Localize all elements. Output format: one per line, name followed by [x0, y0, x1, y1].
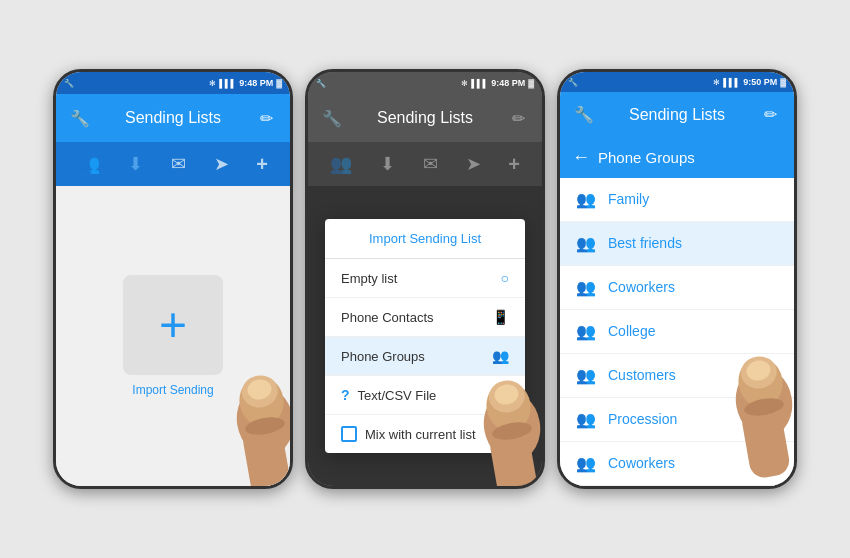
dialog-item-mix[interactable]: Mix with current list — [325, 415, 525, 453]
bluetooth-icon: ✻ — [209, 79, 216, 88]
group-item-customers[interactable]: 👥 Customers — [560, 354, 794, 398]
group-name-procession: Procession — [608, 411, 677, 427]
content-area-1: + Import Sending — [56, 186, 290, 486]
wrench-icon-2: 🔧 — [316, 79, 326, 88]
settings-icon-3[interactable]: 🔧 — [572, 105, 596, 124]
mix-checkbox[interactable] — [341, 426, 357, 442]
dialog-title: Import Sending List — [325, 219, 525, 259]
group-item-bestfriends[interactable]: 👥 Best friends — [560, 222, 794, 266]
phone-contacts-label: Phone Contacts — [341, 310, 434, 325]
mix-label: Mix with current list — [365, 427, 476, 442]
tab-plus-2: + — [500, 145, 528, 184]
dialog-item-empty[interactable]: Empty list ○ — [325, 259, 525, 298]
status-left-3: 🔧 — [568, 78, 578, 87]
wrench-icon-3: 🔧 — [568, 78, 578, 87]
tab-send-2: ➤ — [458, 145, 489, 183]
phone-1: 🔧 ✻ ▌▌▌ 9:48 PM ▓ 🔧 Sending Lists ✏ 👥 ⬇ — [53, 69, 293, 489]
finger-1 — [215, 371, 290, 486]
tab-send[interactable]: ➤ — [206, 145, 237, 183]
app-title-3: Sending Lists — [596, 106, 758, 124]
group-icon-family: 👥 — [576, 190, 596, 209]
battery-icon-3: ▓ — [780, 78, 786, 87]
back-arrow-icon[interactable]: ← — [572, 147, 590, 168]
csv-icon: 📄 — [492, 387, 509, 403]
status-bar-2: 🔧 ✻ ▌▌▌ 9:48 PM ▓ — [308, 72, 542, 94]
bluetooth-icon-3: ✻ — [713, 78, 720, 87]
group-name-customers: Customers — [608, 367, 676, 383]
battery-icon-2: ▓ — [528, 79, 534, 88]
import-label: Import Sending — [132, 383, 213, 397]
signal-icon: ▌▌▌ — [219, 79, 236, 88]
import-box[interactable]: + — [123, 275, 223, 375]
edit-icon-3[interactable]: ✏ — [758, 105, 782, 124]
dialog-item-groups[interactable]: Phone Groups 👥 — [325, 337, 525, 376]
question-mark-icon: ? — [341, 387, 350, 403]
group-icon-coworkers2: 👥 — [576, 454, 596, 473]
dialog-item-contacts[interactable]: Phone Contacts 📱 — [325, 298, 525, 337]
tab-mail[interactable]: ✉ — [163, 145, 194, 183]
phone-contacts-icon: 📱 — [492, 309, 509, 325]
csv-label: Text/CSV File — [358, 388, 437, 403]
svg-point-1 — [236, 373, 288, 430]
import-container: + Import Sending — [123, 275, 223, 397]
group-item-procession[interactable]: 👥 Procession — [560, 398, 794, 442]
status-icons-left: 🔧 — [64, 79, 74, 88]
dialog-overlay: Import Sending List Empty list ○ Phone C… — [308, 186, 542, 486]
svg-point-3 — [246, 378, 273, 402]
phone-3: 🔧 ✻ ▌▌▌ 9:50 PM ▓ 🔧 Sending Lists ✏ ← Ph… — [557, 69, 797, 489]
phone-2: 🔧 ✻ ▌▌▌ 9:48 PM ▓ 🔧 Sending Lists ✏ 👥 ⬇ — [305, 69, 545, 489]
group-icon-customers: 👥 — [576, 366, 596, 385]
empty-list-icon: ○ — [501, 270, 509, 286]
status-bar-3: 🔧 ✻ ▌▌▌ 9:50 PM ▓ — [560, 72, 794, 92]
app-bar-2: 🔧 Sending Lists ✏ — [308, 94, 542, 142]
status-right-3: ✻ ▌▌▌ 9:50 PM ▓ — [713, 77, 786, 87]
svg-rect-4 — [241, 423, 290, 486]
group-item-coworkers1[interactable]: 👥 Coworkers — [560, 266, 794, 310]
group-icon-college: 👥 — [576, 322, 596, 341]
groups-list: 👥 Family 👥 Best friends 👥 Coworkers 👥 Co… — [560, 178, 794, 486]
group-name-coworkers1: Coworkers — [608, 279, 675, 295]
settings-icon[interactable]: 🔧 — [68, 109, 92, 128]
status-time-2: 9:48 PM — [491, 78, 525, 88]
status-icons-right: ✻ ▌▌▌ 9:48 PM ▓ — [209, 78, 282, 88]
phone-groups-icon: 👥 — [492, 348, 509, 364]
groups-back-bar: ← Phone Groups — [560, 137, 794, 178]
tab-bar-1: 👥 ⬇ ✉ ➤ + — [56, 142, 290, 186]
svg-point-0 — [231, 382, 290, 461]
tab-people-2: 👥 — [322, 145, 360, 183]
tab-people[interactable]: 👥 — [70, 145, 108, 183]
content-area-2: Import Sending List Empty list ○ Phone C… — [308, 186, 542, 486]
app-title-2: Sending Lists — [344, 109, 506, 127]
status-bar-1: 🔧 ✻ ▌▌▌ 9:48 PM ▓ — [56, 72, 290, 94]
settings-icon-2: 🔧 — [320, 109, 344, 128]
app-bar-3: 🔧 Sending Lists ✏ — [560, 92, 794, 137]
group-name-family: Family — [608, 191, 649, 207]
app-bar-1: 🔧 Sending Lists ✏ — [56, 94, 290, 142]
signal-icon-2: ▌▌▌ — [471, 79, 488, 88]
group-item-coworkers2[interactable]: 👥 Coworkers — [560, 442, 794, 486]
plus-icon: + — [159, 301, 187, 349]
group-icon-coworkers1: 👥 — [576, 278, 596, 297]
status-right-2: ✻ ▌▌▌ 9:48 PM ▓ — [461, 78, 534, 88]
battery-icon: ▓ — [276, 79, 282, 88]
group-item-family[interactable]: 👥 Family — [560, 178, 794, 222]
csv-left: ? Text/CSV File — [341, 387, 436, 403]
dialog-item-csv[interactable]: ? Text/CSV File 📄 — [325, 376, 525, 415]
tab-plus[interactable]: + — [248, 145, 276, 184]
status-left-2: 🔧 — [316, 79, 326, 88]
edit-icon[interactable]: ✏ — [254, 109, 278, 128]
group-name-bestfriends: Best friends — [608, 235, 682, 251]
group-item-college[interactable]: 👥 College — [560, 310, 794, 354]
wrench-icon: 🔧 — [64, 79, 74, 88]
bluetooth-icon-2: ✻ — [461, 79, 468, 88]
status-time-3: 9:50 PM — [743, 77, 777, 87]
svg-point-5 — [244, 415, 286, 438]
tab-mail-2: ✉ — [415, 145, 446, 183]
import-dialog[interactable]: Import Sending List Empty list ○ Phone C… — [325, 219, 525, 453]
group-icon-bestfriends: 👥 — [576, 234, 596, 253]
tab-download[interactable]: ⬇ — [120, 145, 151, 183]
tab-bar-2: 👥 ⬇ ✉ ➤ + — [308, 142, 542, 186]
svg-point-2 — [239, 373, 280, 411]
groups-back-label: Phone Groups — [598, 149, 695, 166]
tab-download-2: ⬇ — [372, 145, 403, 183]
